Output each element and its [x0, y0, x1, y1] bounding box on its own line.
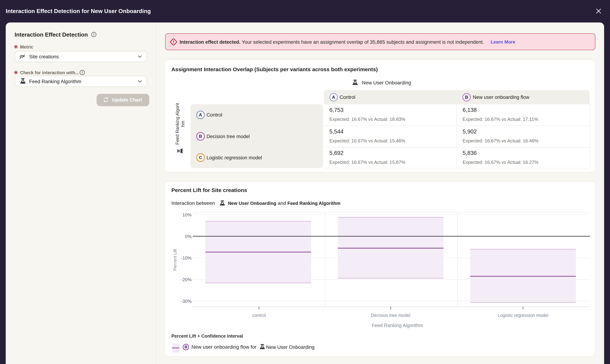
svg-text:-30%: -30%	[181, 299, 192, 304]
svg-text:Feed Ranking Algorithm: Feed Ranking Algorithm	[372, 323, 423, 328]
svg-text:-10%: -10%	[181, 255, 192, 261]
svg-text:10%: 10%	[182, 212, 192, 218]
svg-text:0%: 0%	[185, 234, 192, 239]
svg-text:control: control	[252, 313, 266, 318]
svg-text:-20%: -20%	[181, 277, 192, 282]
svg-text:Decision tree model: Decision tree model	[371, 313, 410, 318]
svg-text:Percent Lift: Percent Lift	[173, 249, 177, 271]
svg-text:Logistic regression model: Logistic regression model	[498, 313, 548, 318]
